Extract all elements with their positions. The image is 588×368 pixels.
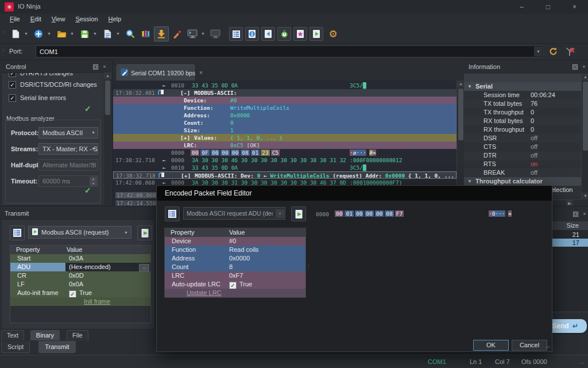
transmit-row-start[interactable]: Start0x3A bbox=[10, 254, 150, 263]
dialog-row-count[interactable]: Count8 bbox=[165, 263, 305, 272]
dialog-ascii-char[interactable]: ≈ bbox=[508, 210, 512, 217]
transmit-row-adu[interactable]: ADU(Hex-encoded)... bbox=[10, 263, 150, 271]
dialog-resize-grip[interactable]: ⠴⠆ bbox=[545, 344, 552, 350]
maximize-button[interactable]: □ bbox=[535, 0, 561, 14]
menu-item-view[interactable]: View bbox=[47, 14, 71, 25]
log-row-7[interactable]: [+]Values:{ 1, 1, 0, ... } bbox=[113, 134, 457, 141]
transmit-packet-list-icon[interactable] bbox=[10, 225, 25, 240]
session-tab-close-icon[interactable]: × bbox=[199, 70, 203, 76]
log-row-12[interactable]: 17:38:32.718[+]MODBUS-ASCII: Dev: 0 ← Wr… bbox=[113, 171, 457, 179]
save-icon[interactable] bbox=[77, 26, 92, 41]
log-row-0[interactable]: ←001033 43 35 0D 0A3C5/█ bbox=[113, 82, 457, 89]
info-row-tx-throughput[interactable]: TX throughput0 bbox=[464, 108, 581, 117]
find-icon[interactable] bbox=[123, 26, 138, 41]
checkbox-dtr-rts-box[interactable]: ✓ bbox=[9, 72, 16, 77]
dialog-row-device[interactable]: Device#0 bbox=[165, 237, 305, 246]
script-icon[interactable] bbox=[310, 27, 323, 41]
dialog-hex-byte[interactable]: 00 bbox=[365, 210, 373, 217]
log-row-11[interactable]: ←001033 43 35 0D 0A3C5/█ bbox=[113, 164, 457, 171]
dialog-hex-byte[interactable]: F7 bbox=[395, 210, 404, 217]
dialog-ascii-char[interactable]: · bbox=[489, 210, 492, 217]
log-list-icon[interactable] bbox=[229, 27, 243, 41]
new-file-icon[interactable] bbox=[8, 26, 23, 41]
terminal-icon[interactable] bbox=[185, 26, 200, 41]
clear-log-icon[interactable] bbox=[169, 26, 184, 41]
control-float-icon[interactable] bbox=[92, 63, 99, 70]
menu-item-file[interactable]: File bbox=[5, 14, 25, 25]
ok-button[interactable]: OK bbox=[473, 340, 509, 351]
dock-tab-transmit[interactable]: Transmit bbox=[38, 341, 75, 353]
dialog-splitter[interactable]: ⁞ bbox=[308, 263, 310, 269]
open-icon[interactable] bbox=[54, 26, 69, 41]
transmit-row-cr[interactable]: CR0x0D bbox=[10, 271, 150, 281]
save-log-icon-caret[interactable]: ▼ bbox=[115, 27, 121, 41]
dialog-hex-byte[interactable]: 00 bbox=[355, 210, 363, 217]
dialog-hex-byte[interactable]: 01 bbox=[345, 210, 353, 217]
doc-tab-binary[interactable]: Binary bbox=[30, 330, 60, 340]
log-row-6[interactable]: Size:1 bbox=[113, 126, 457, 134]
control-scroll-thumb[interactable] bbox=[105, 80, 110, 115]
checkbox-row-1[interactable]: ✓Serial line errors bbox=[9, 93, 66, 102]
info-scrollbar[interactable]: ▲ ▼ bbox=[581, 74, 588, 200]
cancel-button[interactable]: Cancel bbox=[512, 340, 547, 351]
info-scroll-down-icon[interactable]: ▼ bbox=[582, 193, 588, 200]
transmit-packet-combobox[interactable]: Modbus ASCII (request) ▼ bbox=[28, 226, 131, 239]
dialog-hex-bytes[interactable]: 000100000008F7 bbox=[335, 210, 405, 217]
log-row-2[interactable]: Device:#0 bbox=[113, 97, 457, 104]
dock-tab-script[interactable]: Script bbox=[1, 341, 30, 353]
save-log-icon[interactable] bbox=[100, 26, 115, 41]
info-row-rts[interactable]: RTSon bbox=[464, 160, 581, 169]
log-row-1[interactable]: 17:38:32.401[-]MODBUS-ASCII: bbox=[113, 89, 457, 97]
dialog-packet-combobox[interactable]: Modbus ASCII request ADU (decoded) ▼ bbox=[183, 207, 285, 220]
menu-item-edit[interactable]: Edit bbox=[25, 14, 47, 25]
transmit-send-packet-icon[interactable] bbox=[137, 225, 152, 240]
info-row-rx-throughput[interactable]: RX throughput0 bbox=[464, 125, 581, 135]
transmit-float-icon[interactable] bbox=[572, 210, 579, 217]
save-icon-caret[interactable]: ▼ bbox=[92, 27, 98, 41]
highlighter-icon[interactable] bbox=[138, 26, 153, 41]
dialog-hex-byte[interactable]: 00 bbox=[375, 210, 384, 217]
console-icon[interactable] bbox=[208, 26, 223, 41]
port-bar-grip[interactable]: ⁞⁞ bbox=[2, 48, 5, 53]
menu-item-help[interactable]: Help bbox=[103, 14, 127, 25]
capture-icon[interactable] bbox=[154, 26, 169, 41]
checkbox-box-1[interactable]: ✓ bbox=[9, 94, 16, 102]
toolbar-grip[interactable]: ⁞⁞ bbox=[2, 30, 5, 35]
new-file-icon-caret[interactable]: ▼ bbox=[24, 27, 29, 41]
dialog-row-function[interactable]: FunctionRead coils bbox=[165, 246, 305, 255]
session-tab[interactable]: Serial COM1 19200 bps × bbox=[117, 64, 195, 80]
menu-item-session[interactable]: Session bbox=[70, 14, 103, 25]
dialog-ascii-char[interactable]: 0··· bbox=[492, 210, 505, 217]
log-row-10[interactable]: 17:38:32.718←00003A 30 30 30 46 30 30 30… bbox=[113, 156, 457, 164]
log-row-3[interactable]: Function:WriteMultipleCoils bbox=[113, 104, 457, 112]
control-close-icon[interactable]: × bbox=[101, 63, 108, 70]
port-caret-icon[interactable]: ▼ bbox=[534, 47, 543, 56]
log-row-5[interactable]: Count:8 bbox=[113, 119, 457, 126]
transmit-row-auto-init-frame[interactable]: Auto-init frame✓True bbox=[10, 289, 150, 298]
info-scroll-thumb[interactable] bbox=[583, 82, 588, 151]
info-row-rx-total-bytes[interactable]: RX total bytes0 bbox=[464, 117, 581, 126]
disconnect-icon[interactable] bbox=[565, 47, 575, 57]
doc-tab-text[interactable]: Text bbox=[1, 330, 24, 340]
throughput-icon[interactable] bbox=[277, 27, 291, 41]
log-row-4[interactable]: Address:0x0000 bbox=[113, 112, 457, 119]
doc-tab-file[interactable]: File bbox=[67, 330, 88, 340]
port-combobox[interactable]: COM1 ▼ bbox=[36, 45, 544, 57]
minimize-button[interactable]: – bbox=[509, 0, 535, 14]
checkbox-row-0[interactable]: ✓DSR/CTS/DCD/RI changes bbox=[9, 80, 97, 89]
window-resize-grip[interactable]: ⠴⠆ bbox=[579, 360, 586, 366]
transmit-row-lf[interactable]: LF0x0A bbox=[10, 280, 150, 289]
open-icon-caret[interactable]: ▼ bbox=[69, 27, 75, 41]
info-group-0[interactable]: ▼Serial bbox=[464, 82, 581, 91]
new-session-icon-caret[interactable]: ▼ bbox=[47, 27, 52, 41]
log-row-9[interactable]: 0000000F000000080123C5·ø···█#≈ bbox=[113, 149, 457, 156]
control-scroll-up-icon[interactable]: ▲ bbox=[104, 72, 111, 79]
dialog-hex-byte[interactable]: 00 bbox=[335, 210, 343, 217]
dialog-row-address[interactable]: Address0x0000 bbox=[165, 254, 305, 263]
init-frame-link[interactable]: Init frame bbox=[84, 297, 110, 306]
transmit-close-icon[interactable]: × bbox=[581, 210, 588, 217]
navigate-back-icon[interactable] bbox=[261, 27, 275, 41]
bookmark-icon[interactable] bbox=[293, 27, 307, 41]
info-row-dsr[interactable]: DSRoff bbox=[464, 134, 581, 143]
settings-icon[interactable]: ⚙ bbox=[326, 26, 341, 41]
